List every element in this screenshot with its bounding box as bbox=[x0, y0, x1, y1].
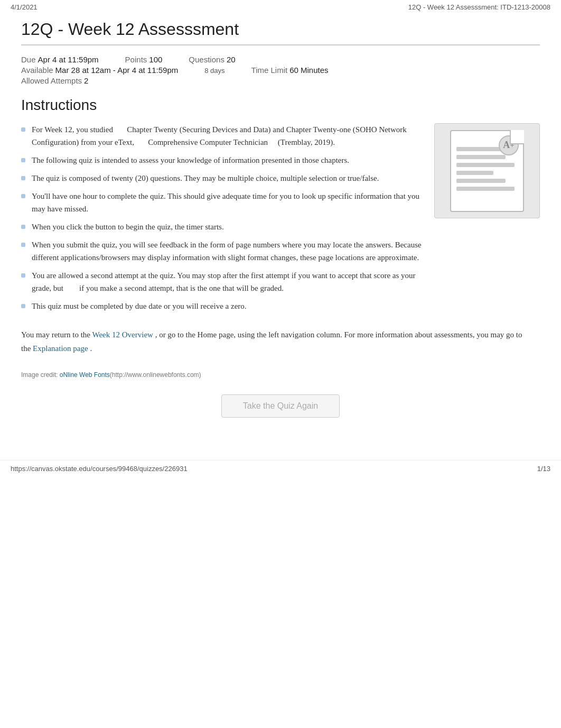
meta-row-1: Due Apr 4 at 11:59pm Points 100 Question… bbox=[21, 55, 540, 64]
bottom-text-post2: . bbox=[88, 344, 92, 353]
list-item: When you submit the quiz, you will see f… bbox=[21, 238, 424, 264]
main-content: 12Q - Week 12 Assesssment Due Apr 4 at 1… bbox=[0, 14, 561, 449]
time-limit-value: 60 Minutes bbox=[289, 66, 328, 75]
top-title: 12Q - Week 12 Assesssment: ITD-1213-2000… bbox=[408, 3, 550, 11]
doc-line bbox=[456, 187, 515, 191]
top-bar: 4/1/2021 12Q - Week 12 Assesssment: ITD-… bbox=[0, 0, 561, 14]
doc-line bbox=[456, 163, 515, 167]
footer-url: https://canvas.okstate.edu/courses/99468… bbox=[11, 465, 188, 473]
footer-bar: https://canvas.okstate.edu/courses/99468… bbox=[0, 460, 561, 477]
image-credit-url: (http://www.onlinewebfonts.com) bbox=[110, 371, 201, 379]
list-item: When you click the button to begin the q… bbox=[21, 220, 424, 233]
instructions-section: For Week 12, you studied Chapter Twenty … bbox=[21, 123, 540, 318]
bottom-text-pre1: You may return to the bbox=[21, 330, 92, 339]
available-label: Available bbox=[21, 66, 53, 75]
explanation-page-link[interactable]: Explanation page bbox=[33, 344, 88, 353]
bottom-text: You may return to the Week 12 Overview ,… bbox=[21, 328, 540, 355]
points-value: 100 bbox=[149, 55, 162, 64]
quiz-meta: Due Apr 4 at 11:59pm Points 100 Question… bbox=[21, 55, 540, 85]
grade-badge: A+ bbox=[499, 135, 519, 155]
meta-row-3: Allowed Attempts 2 bbox=[21, 76, 540, 85]
bottom-paragraph-2: the Explanation page . bbox=[21, 342, 540, 356]
doc-line bbox=[456, 155, 506, 159]
footer-page: 1/13 bbox=[537, 465, 550, 473]
due-label: Due bbox=[21, 55, 36, 64]
button-container: Take the Quiz Again bbox=[21, 394, 540, 418]
take-quiz-button[interactable]: Take the Quiz Again bbox=[221, 394, 340, 418]
list-item: You'll have one hour to complete the qui… bbox=[21, 190, 424, 215]
questions-label: Questions bbox=[189, 55, 225, 64]
week12-overview-link[interactable]: Week 12 Overview bbox=[92, 330, 153, 339]
due-value: Apr 4 at 11:59pm bbox=[38, 55, 99, 64]
image-credit-label: Image credit: bbox=[21, 371, 60, 379]
available-value: Mar 28 at 12am - Apr 4 at 11:59pm bbox=[55, 66, 179, 75]
quiz-image-inner: A+ bbox=[450, 130, 524, 212]
page-title: 12Q - Week 12 Assesssment bbox=[21, 20, 540, 45]
days-value: 8 days bbox=[204, 67, 225, 75]
list-item: The quiz is composed of twenty (20) ques… bbox=[21, 172, 424, 185]
questions-value: 20 bbox=[227, 55, 236, 64]
list-item: The following quiz is intended to assess… bbox=[21, 154, 424, 167]
list-item: For Week 12, you studied Chapter Twenty … bbox=[21, 123, 424, 149]
doc-line bbox=[456, 171, 493, 175]
doc-line bbox=[456, 179, 506, 183]
time-limit-label: Time Limit bbox=[251, 66, 288, 75]
image-credit: Image credit: oNline Web Fonts(http://ww… bbox=[21, 371, 540, 379]
list-item: This quiz must be completed by due date … bbox=[21, 300, 424, 312]
allowed-attempts-label: Allowed Attempts bbox=[21, 76, 82, 85]
quiz-image: A+ bbox=[434, 123, 540, 218]
list-item: You are allowed a second attempt at the … bbox=[21, 269, 424, 294]
allowed-attempts-value: 2 bbox=[84, 76, 88, 85]
points-label: Points bbox=[125, 55, 147, 64]
instructions-list: For Week 12, you studied Chapter Twenty … bbox=[21, 123, 424, 312]
image-credit-link[interactable]: oNline Web Fonts bbox=[60, 371, 110, 379]
meta-row-2: Available Mar 28 at 12am - Apr 4 at 11:5… bbox=[21, 66, 540, 75]
instructions-text: For Week 12, you studied Chapter Twenty … bbox=[21, 123, 424, 318]
top-date: 4/1/2021 bbox=[11, 3, 38, 11]
bottom-text-pre2: the bbox=[21, 344, 33, 353]
bottom-paragraph-1: You may return to the Week 12 Overview ,… bbox=[21, 328, 540, 342]
instructions-title: Instructions bbox=[21, 97, 540, 114]
bottom-text-mid: , or go to the Home page, using the left… bbox=[153, 330, 522, 339]
